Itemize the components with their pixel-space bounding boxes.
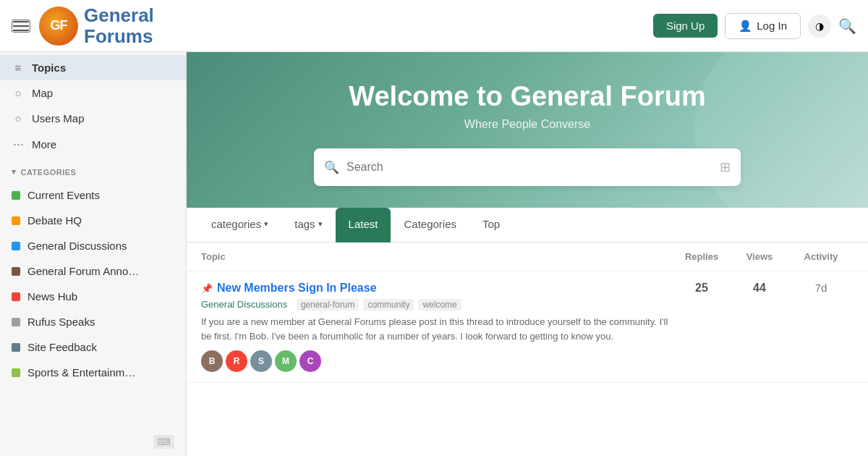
chevron-down-icon: ▾ [264,219,268,229]
topic-activity-cell: 7d [788,282,854,294]
theme-toggle-button[interactable]: ◑ [808,14,831,38]
sidebar-item-more[interactable]: ⋯ More [0,131,186,157]
categories-header[interactable]: ▾ CATEGORIES [0,160,186,180]
login-button[interactable]: 👤 Log In [725,13,801,39]
sidebar-item-site-feedback[interactable]: Site Feedback [0,334,186,360]
sidebar-item-current-events[interactable]: Current Events [0,182,186,208]
category-dot [12,318,20,326]
sidebar-item-label: Topics [32,62,174,74]
topics-icon: ≡ [12,62,25,74]
sidebar-item-users-map[interactable]: ○ Users Map [0,106,186,131]
avatar: C [299,350,321,372]
nav-tabs: categories ▾ tags ▾ Latest Categories To… [187,208,868,242]
header-search-button[interactable]: 🔍 [838,17,856,35]
tab-tags[interactable]: tags ▾ [281,208,335,242]
category-label: Rufus Speaks [27,316,174,328]
logo-text: General Forums [84,5,154,46]
header-right: Sign Up 👤 Log In ◑ 🔍 [653,13,856,39]
category-label: General Discussions [27,240,174,252]
column-header-activity: Activity [788,251,854,262]
category-dot [12,216,20,225]
pin-icon: 📌 [201,283,213,294]
more-icon: ⋯ [12,138,25,151]
category-label: Current Events [27,189,174,201]
topic-avatars: B R S M C [201,350,673,372]
topic-excerpt: If you are a new member at General Forum… [201,315,673,343]
topic-title[interactable]: New Members Sign In Please [217,282,377,295]
topics-table: Topic Replies Views Activity 📌 New Membe… [187,242,868,383]
tab-latest[interactable]: Latest [336,208,391,242]
category-label: Site Feedback [27,341,174,353]
topic-cell: 📌 New Members Sign In Please General Dis… [201,282,673,372]
sidebar-item-sports-entertainment[interactable]: Sports & Entertainm… [0,360,186,385]
category-label: News Hub [27,290,174,303]
topic-row-content: 📌 New Members Sign In Please General Dis… [201,282,854,372]
sidebar-item-general-discussions[interactable]: General Discussions [0,233,186,258]
table-header: Topic Replies Views Activity [187,242,868,271]
sidebar-item-map[interactable]: ○ Map [0,80,186,106]
topic-tags: general-forum community welcome [297,299,461,311]
tab-categories[interactable]: categories ▾ [198,208,281,242]
category-dot [12,191,20,200]
topic-tag[interactable]: community [363,299,414,311]
sidebar-item-label: Users Map [32,112,174,124]
keyboard-shortcut-icon: ⌨ [153,435,174,449]
sidebar-item-label: Map [32,87,174,99]
category-label: General Forum Anno… [27,265,174,277]
header: GF General Forums Sign Up 👤 Log In ◑ 🔍 [0,0,868,52]
category-dot [12,343,20,352]
topic-title-row: 📌 New Members Sign In Please [201,282,673,295]
column-header-views: Views [731,251,788,262]
hero-subtitle: Where People Converse [201,118,854,131]
tab-categories-view[interactable]: Categories [391,208,469,242]
avatar: R [226,350,247,372]
logo[interactable]: GF General Forums [39,5,154,46]
category-label: Debate HQ [27,214,174,227]
categories-list: Current Events Debate HQ General Discuss… [0,180,186,388]
category-dot [12,368,20,377]
sidebar-item-label: More [32,138,174,151]
users-map-icon: ○ [12,112,25,124]
category-dot [12,292,20,301]
header-left: GF General Forums [12,5,154,46]
signup-button[interactable]: Sign Up [653,14,718,38]
search-input[interactable] [346,161,720,174]
map-icon: ○ [12,87,25,99]
avatar: S [250,350,272,372]
sidebar-item-debate-hq[interactable]: Debate HQ [0,208,186,233]
sidebar-item-rufus-speaks[interactable]: Rufus Speaks [0,309,186,334]
topic-tag[interactable]: welcome [418,299,461,311]
sidebar-item-general-forum-anno[interactable]: General Forum Anno… [0,258,186,284]
topic-category-link[interactable]: General Discussions [201,299,287,310]
category-dot [12,267,20,276]
logo-icon: GF [39,7,78,46]
hero-banner: Welcome to General Forum Where People Co… [187,52,868,208]
chevron-down-icon: ▾ [12,167,17,177]
sidebar-nav-section: ≡ Topics ○ Map ○ Users Map ⋯ More [0,52,186,160]
topic-meta: General Discussions general-forum commun… [201,297,673,311]
tab-top[interactable]: Top [469,208,513,242]
sidebar-item-news-hub[interactable]: News Hub [0,284,186,309]
category-label: Sports & Entertainm… [27,366,174,379]
hamburger-menu[interactable] [12,20,30,33]
avatar: M [275,350,297,372]
login-person-icon: 👤 [739,20,752,33]
table-row: 📌 New Members Sign In Please General Dis… [187,271,868,383]
search-bar: 🔍 ⊞ [314,148,741,186]
sidebar: ≡ Topics ○ Map ○ Users Map ⋯ More ▾ CATE… [0,52,187,456]
topic-tag[interactable]: general-forum [297,299,359,311]
layout: ≡ Topics ○ Map ○ Users Map ⋯ More ▾ CATE… [0,52,868,456]
sidebar-footer: ⌨ [0,428,186,456]
column-header-replies: Replies [673,251,731,262]
chevron-down-icon: ▾ [318,219,323,229]
search-filter-icon[interactable]: ⊞ [720,159,731,175]
hero-title: Welcome to General Forum [201,81,854,112]
topic-replies-cell: 25 [673,282,731,295]
column-header-topic: Topic [201,251,673,262]
avatar: B [201,350,223,372]
topic-views-cell: 44 [731,282,788,295]
category-dot [12,242,20,250]
main-content: Welcome to General Forum Where People Co… [187,52,868,456]
sidebar-item-topics[interactable]: ≡ Topics [0,55,186,80]
search-bar-icon: 🔍 [324,160,339,175]
